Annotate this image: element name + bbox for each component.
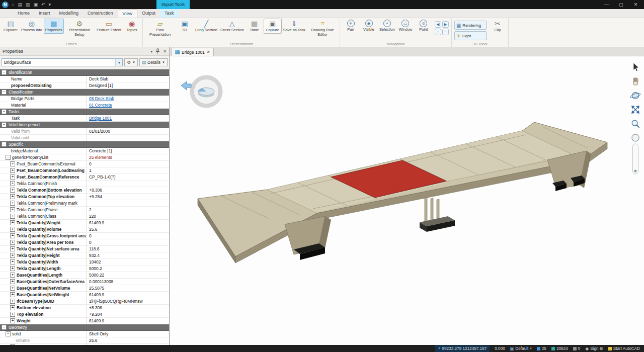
- viewport-tab-bridge-1001[interactable]: Bridge 1001 ✕: [172, 48, 214, 56]
- window-button[interactable]: ▭Window: [396, 19, 415, 33]
- selection-button[interactable]: ⌖Selection: [378, 19, 396, 33]
- value-link[interactable]: Bridge 1001: [89, 115, 112, 121]
- expand-icon[interactable]: +: [10, 220, 15, 225]
- property-row[interactable]: +BaseQuantities|NetVolume25.5875: [0, 285, 169, 292]
- new-document-icon[interactable]: ▤: [18, 2, 22, 7]
- presentation-3d-button[interactable]: ▣3D: [176, 19, 194, 34]
- expand-icon[interactable]: +: [10, 161, 15, 166]
- tab-output[interactable]: Output: [137, 9, 160, 18]
- minimize-button[interactable]: —: [599, 0, 614, 9]
- expand-icon[interactable]: +: [10, 227, 15, 232]
- settings-button[interactable]: ⚙▼: [124, 58, 138, 66]
- capture-button[interactable]: ▣Capture: [264, 19, 282, 34]
- home-icon[interactable]: ⌂: [12, 2, 14, 7]
- property-row[interactable]: +Bottom elevation+8.306: [0, 305, 169, 311]
- property-row[interactable]: +Tekla Common|Class220: [0, 213, 169, 220]
- property-row[interactable]: Bridge Parts08 Deck Slab: [0, 96, 169, 102]
- tab-task[interactable]: Task: [160, 9, 179, 18]
- bridge-deck[interactable]: [198, 122, 607, 263]
- details-button[interactable]: ▤Details▼: [139, 58, 168, 66]
- property-row[interactable]: +BaseQuantities|NetWeight61409.9: [0, 292, 169, 298]
- tab-modelling[interactable]: Modelling: [55, 9, 84, 18]
- expand-icon[interactable]: +: [10, 240, 15, 245]
- expand-icon[interactable]: +: [10, 201, 15, 206]
- expand-icon[interactable]: +: [10, 233, 15, 238]
- property-row[interactable]: +BaseQuantities|Length5000.22: [0, 272, 169, 279]
- drawing-rule-editor-button[interactable]: ≡Drawing Rule Editor: [307, 19, 338, 38]
- expand-icon[interactable]: +: [10, 318, 15, 323]
- expand-icon[interactable]: +: [10, 207, 15, 212]
- property-row[interactable]: −solidShell Only: [0, 331, 169, 337]
- orbit-button[interactable]: [629, 90, 641, 102]
- expand-icon[interactable]: +: [10, 214, 15, 219]
- expand-icon[interactable]: +: [10, 292, 15, 297]
- expand-icon[interactable]: +: [10, 299, 15, 304]
- zoom-window-button[interactable]: [629, 118, 641, 130]
- property-row[interactable]: +IfcBeamType|GUID1lRjFlSp50CQRgFt8MNmsw: [0, 298, 169, 305]
- expand-icon[interactable]: +: [10, 168, 15, 173]
- section-geometry[interactable]: −Geometry: [0, 324, 169, 331]
- spin-button[interactable]: [629, 104, 641, 116]
- more-commands-icon[interactable]: ▾: [49, 2, 51, 7]
- property-row[interactable]: +Tekla Quantity|Volume25.6: [0, 226, 169, 233]
- property-row[interactable]: proposedOrExistingDesigned [1]: [0, 82, 169, 89]
- view-preset[interactable]: ▦Default▾: [510, 345, 532, 352]
- expand-icon[interactable]: +: [10, 181, 15, 186]
- collapse-icon[interactable]: −: [2, 109, 7, 114]
- zoom-out-button[interactable]: −: [442, 29, 449, 35]
- expand-icon[interactable]: +: [10, 266, 15, 271]
- save-as-task-button[interactable]: ⇓Save as Task: [282, 19, 307, 34]
- property-row[interactable]: Valid from01/01/2000: [0, 128, 169, 135]
- expand-icon[interactable]: +: [10, 174, 15, 180]
- property-row[interactable]: +Tekla Common|Preliminary mark: [0, 200, 169, 207]
- section-classification[interactable]: −Classification: [0, 89, 169, 96]
- property-row[interactable]: bridgeMaterialConcrete [1]: [0, 148, 169, 154]
- property-row[interactable]: Valid until: [0, 135, 169, 141]
- middle-pier[interactable]: [420, 197, 455, 232]
- clip-button[interactable]: ✂Clip: [489, 19, 507, 34]
- selection-count[interactable]: 25: [537, 345, 546, 352]
- property-row[interactable]: +BaseQuantities|OuterSurfaceArea0.000113…: [0, 279, 169, 285]
- property-row[interactable]: +Tekla Quantity|Width10402: [0, 259, 169, 266]
- property-row[interactable]: +Pset_BeamCommon|ReferenceCP_PB-1-0(?): [0, 174, 169, 181]
- point-button[interactable]: ⊙Point: [415, 19, 433, 33]
- pin-icon[interactable]: [155, 48, 160, 55]
- property-row[interactable]: Material01 Concrete: [0, 102, 169, 109]
- zoom-in-button[interactable]: +: [435, 29, 441, 35]
- close-panel-icon[interactable]: ✕: [163, 49, 167, 54]
- property-row[interactable]: +Tekla Common|Top elevation+9.284: [0, 194, 169, 200]
- expand-icon[interactable]: +: [10, 279, 15, 284]
- collapse-icon[interactable]: −: [2, 90, 7, 95]
- expand-icon[interactable]: +: [10, 305, 15, 310]
- viewport-canvas[interactable]: [170, 56, 644, 345]
- topics-button[interactable]: ◉Topics: [123, 19, 141, 34]
- property-row[interactable]: +Tekla Quantity|Net surface area118.6: [0, 246, 169, 252]
- explorer-button[interactable]: ▤Explorer: [2, 19, 20, 34]
- maximize-button[interactable]: ▢: [614, 0, 628, 9]
- property-row[interactable]: +Tekla Quantity|Height932.4: [0, 252, 169, 259]
- presentation-setup-button[interactable]: ⚙Presentation Setup: [64, 19, 95, 38]
- collapse-icon[interactable]: −: [2, 325, 7, 330]
- property-row[interactable]: +Tekla Quantity|Length5000.2: [0, 266, 169, 272]
- collapse-icon[interactable]: −: [2, 122, 7, 127]
- expand-icon[interactable]: +: [10, 194, 15, 199]
- collapse-icon[interactable]: −: [2, 142, 7, 147]
- section-specific[interactable]: −Specific: [0, 141, 169, 148]
- expand-icon[interactable]: +: [10, 312, 15, 317]
- property-row[interactable]: +Tekla Quantity|Gross footprint area0: [0, 233, 169, 239]
- rotate-right-button[interactable]: ▶: [442, 21, 449, 28]
- property-row[interactable]: +Tekla Quantity|Area per tons0: [0, 239, 169, 246]
- tab-home[interactable]: Home: [13, 9, 34, 18]
- save-icon[interactable]: ▣: [33, 2, 38, 7]
- light-toggle[interactable]: ☀Light: [454, 31, 487, 40]
- object-count[interactable]: 20634: [551, 345, 568, 352]
- properties-button[interactable]: ▦Properties: [44, 19, 64, 34]
- tab-construction[interactable]: Construction: [83, 9, 118, 18]
- property-row[interactable]: −genericPropertyList25 elements: [0, 154, 169, 161]
- property-row[interactable]: +Tekla Common|Phase2: [0, 207, 169, 213]
- visible-button[interactable]: ◉Visible: [360, 19, 378, 33]
- plan-presentation-button[interactable]: ▱Plan Presentation: [144, 19, 176, 38]
- left-abutment[interactable]: [285, 216, 331, 260]
- property-row[interactable]: +Tekla Quantity|Weight61409.9: [0, 220, 169, 226]
- expand-icon[interactable]: +: [10, 253, 15, 258]
